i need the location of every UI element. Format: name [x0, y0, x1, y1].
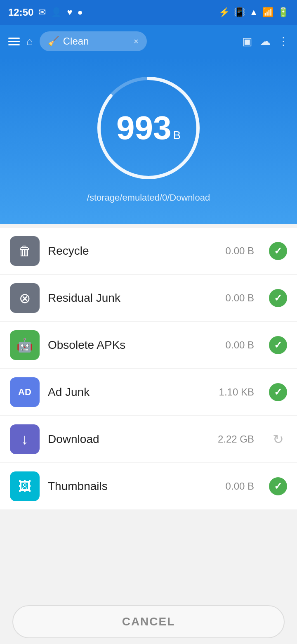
recycle-size: 0.00 B — [226, 245, 254, 257]
clean-tab-icon: 🧹 — [48, 36, 59, 47]
bluetooth-icon: ⚡ — [219, 7, 230, 18]
heart-icon: ♥ — [67, 7, 72, 18]
cloud-icon[interactable]: ☁ — [260, 35, 271, 48]
clean-tab[interactable]: 🧹 Clean × — [40, 31, 147, 51]
status-bar: 12:50 ✉ 👤 ♥ ● ⚡ 📳 ▲ 📶 🔋 — [0, 0, 297, 25]
header-right-icons: ▣ ☁ ⋮ — [242, 35, 289, 48]
spacer — [0, 514, 297, 597]
storage-circle: 993B — [91, 70, 206, 186]
items-list: 🗑 Recycle 0.00 B ⊗ Residual Junk 0.00 B … — [0, 224, 297, 514]
list-item[interactable]: ⊗ Residual Junk 0.00 B — [0, 275, 297, 321]
residual-junk-icon: ⊗ — [10, 283, 40, 313]
monitor-icon[interactable]: ▣ — [242, 35, 252, 48]
obsolete-apks-size: 0.00 B — [226, 339, 254, 351]
signal-icon: 📶 — [262, 7, 273, 18]
ad-junk-size: 1.10 KB — [219, 386, 254, 398]
ad-junk-icon: AD — [10, 377, 40, 407]
status-right: ⚡ 📳 ▲ 📶 🔋 — [219, 7, 289, 18]
app-header: ⌂ 🧹 Clean × ▣ ☁ ⋮ — [0, 25, 297, 58]
ad-junk-check-icon — [269, 383, 287, 401]
cancel-button[interactable]: CANCEL — [12, 605, 285, 638]
more-options-button[interactable]: ⋮ — [278, 35, 289, 48]
wifi-icon: ▲ — [249, 7, 258, 18]
recycle-label: Recycle — [48, 244, 217, 258]
storage-path: /storage/emulated/0/Download — [87, 192, 210, 203]
list-item[interactable]: ↓ Download 2.22 GB ↻ — [0, 416, 297, 462]
obsolete-apks-label: Obsolete APKs — [48, 339, 217, 352]
person-icon: 👤 — [51, 7, 62, 18]
menu-button[interactable] — [8, 38, 20, 45]
ad-junk-label: Ad Junk — [48, 386, 211, 399]
download-icon: ↓ — [10, 424, 40, 454]
hero-section: 993B /storage/emulated/0/Download — [0, 58, 297, 224]
list-item[interactable]: AD Ad Junk 1.10 KB — [0, 369, 297, 415]
gmail-icon: ✉ — [38, 7, 46, 18]
obsolete-apks-icon: 🤖 — [10, 330, 40, 360]
list-item[interactable]: 🗑 Recycle 0.00 B — [0, 228, 297, 274]
residual-junk-check-icon — [269, 289, 287, 307]
recycle-check-icon — [269, 242, 287, 260]
status-time: 12:50 — [8, 7, 33, 18]
download-size: 2.22 GB — [218, 433, 254, 445]
vibrate-icon: 📳 — [234, 7, 245, 18]
list-item[interactable]: 🖼 Thumbnails 0.00 B — [0, 463, 297, 509]
cancel-section: CANCEL — [0, 597, 297, 644]
residual-junk-size: 0.00 B — [226, 292, 254, 304]
recycle-icon: 🗑 — [10, 236, 40, 266]
residual-junk-label: Residual Junk — [48, 291, 217, 305]
download-refresh-icon[interactable]: ↻ — [269, 430, 287, 448]
clean-tab-label: Clean — [63, 36, 89, 47]
obsolete-apks-check-icon — [269, 336, 287, 354]
battery-icon: 🔋 — [278, 7, 289, 18]
thumbnails-size: 0.00 B — [226, 481, 254, 492]
thumbnails-check-icon — [269, 477, 287, 495]
close-tab-button[interactable]: × — [134, 37, 139, 46]
thumbnails-label: Thumbnails — [48, 480, 217, 493]
status-left: 12:50 ✉ 👤 ♥ ● — [8, 7, 83, 18]
download-label: Download — [48, 433, 210, 446]
dot-icon: ● — [77, 7, 82, 18]
storage-value: 993B — [116, 109, 181, 147]
thumbnails-icon: 🖼 — [10, 471, 40, 501]
home-button[interactable]: ⌂ — [26, 35, 33, 48]
list-item[interactable]: 🤖 Obsolete APKs 0.00 B — [0, 322, 297, 368]
